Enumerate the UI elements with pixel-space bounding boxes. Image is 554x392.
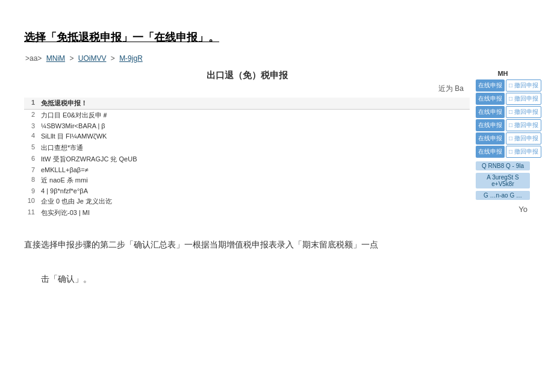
- header-num: 1: [24, 98, 39, 110]
- btn-row-4: 在线申报 □ 撤回申报: [476, 119, 530, 131]
- breadcrumb: >aa> MNiM > UOiMVV > M-9jgR: [24, 54, 530, 63]
- revoke-report-btn-6[interactable]: □ 撤回申报: [506, 146, 541, 158]
- btn-row-3: 在线申报 □ 撤回申报: [476, 106, 530, 118]
- row-num: 10: [24, 196, 39, 207]
- left-panel: 出口退（免）税申报 近为 Ba 1 免抵退税申报！ 2 力口目 E0&对出反申＃…: [24, 70, 470, 219]
- row-num: 3: [24, 121, 39, 131]
- table-row: 7 eMKLLL+βaβ=≠: [24, 165, 470, 175]
- right-panel-title: MH: [476, 70, 530, 77]
- data-table: 1 免抵退税申报！ 2 力口目 E0&对出反申＃ 3 ¼SBW3Mir<BARA…: [24, 98, 470, 219]
- revoke-report-btn-5[interactable]: □ 撤回申报: [506, 132, 541, 145]
- revoke-report-btn-3[interactable]: □ 撤回申报: [506, 106, 541, 118]
- table-row: 4 SiLllt 目 FI¼AMWζWK: [24, 131, 470, 142]
- online-report-btn-3[interactable]: 在线申报: [476, 106, 505, 118]
- table-row: 3 ¼SBW3Mir<BARA | β: [24, 121, 470, 131]
- a-button[interactable]: A 3uregSt S e+V5k8r: [476, 173, 530, 188]
- row-num: 8: [24, 175, 39, 186]
- yo-label: Yo: [476, 205, 530, 214]
- special-btn-a: A 3uregSt S e+V5k8r: [476, 173, 530, 188]
- table-row: 5 出口查想*市通: [24, 142, 470, 154]
- table-row: 2 力口目 E0&对出反申＃: [24, 110, 470, 122]
- row-num: 6: [24, 154, 39, 165]
- table-row: 8 近 naoE 杀 mmi: [24, 175, 470, 186]
- row-text: 近 naoE 杀 mmi: [39, 175, 470, 186]
- special-btn-q: Q RNB8 Q - 9la: [476, 161, 530, 170]
- row-text: ItW 受旨ORZWRAGJC 兊 QeUB: [39, 154, 470, 165]
- special-btn-g: G …n-ao G …: [476, 191, 530, 200]
- bottom-text-2: 击「确认」。: [24, 271, 530, 287]
- row-num: 11: [24, 207, 39, 219]
- row-text: ¼SBW3Mir<BARA | β: [39, 121, 470, 131]
- row-num: 4: [24, 131, 39, 142]
- table-row: 11 包实列讫-03 | MI: [24, 207, 470, 219]
- table-row: 6 ItW 受旨ORZWRAGJC 兊 QeUB: [24, 154, 470, 165]
- row-num: 5: [24, 142, 39, 154]
- q-button[interactable]: Q RNB8 Q - 9la: [476, 161, 530, 170]
- page-heading: 出口退（免）税申报: [24, 70, 470, 81]
- sub-heading: 近为 Ba: [24, 84, 464, 94]
- online-report-btn-1[interactable]: 在线申报: [476, 79, 505, 92]
- row-text: 4 | 9β*nfzf*e°βA: [39, 186, 470, 196]
- table-header-row: 1 免抵退税申报！: [24, 98, 470, 110]
- row-text: 力口目 E0&对出反申＃: [39, 110, 470, 122]
- row-num: 2: [24, 110, 39, 122]
- online-report-btn-6[interactable]: 在线申报: [476, 146, 505, 158]
- header-label: 免抵退税申报！: [39, 98, 470, 110]
- row-text: 出口查想*市通: [39, 142, 470, 154]
- table-row: 10 企业 0 也由 Je 龙义出讫: [24, 196, 470, 207]
- right-panel: MH 在线申报 □ 撤回申报 在线申报 □ 撤回申报 在线申报 □ 撤回申报 在…: [476, 70, 530, 219]
- row-num: 7: [24, 165, 39, 175]
- row-text: 包实列讫-03 | MI: [39, 207, 470, 219]
- btn-row-6: 在线申报 □ 撤回申报: [476, 146, 530, 158]
- btn-group: 在线申报 □ 撤回申报 在线申报 □ 撤回申报 在线申报 □ 撤回申报 在线申报…: [476, 79, 530, 200]
- btn-row-2: 在线申报 □ 撤回申报: [476, 93, 530, 105]
- main-title: 选择「免抵退税申报」一「在线申报」。: [24, 30, 530, 45]
- revoke-report-btn-4[interactable]: □ 撤回申报: [506, 119, 541, 131]
- revoke-report-btn-1[interactable]: □ 撤回申报: [506, 79, 541, 92]
- online-report-btn-4[interactable]: 在线申报: [476, 119, 505, 131]
- btn-row-5: 在线申报 □ 撤回申报: [476, 132, 530, 145]
- revoke-report-btn-2[interactable]: □ 撤回申报: [506, 93, 541, 105]
- bottom-text-1: 直接选择申报步骤的第二步「确认汇总表」一根据当期增值税申报表录入「期末留底税额」…: [24, 237, 530, 253]
- row-num: 9: [24, 186, 39, 196]
- row-text: SiLllt 目 FI¼AMWζWK: [39, 131, 470, 142]
- table-row: 9 4 | 9β*nfzf*e°βA: [24, 186, 470, 196]
- online-report-btn-2[interactable]: 在线申报: [476, 93, 505, 105]
- row-text: 企业 0 也由 Je 龙义出讫: [39, 196, 470, 207]
- online-report-btn-5[interactable]: 在线申报: [476, 132, 505, 145]
- g-button[interactable]: G …n-ao G …: [476, 191, 530, 200]
- row-text: eMKLLL+βaβ=≠: [39, 165, 470, 175]
- btn-row-1: 在线申报 □ 撤回申报: [476, 79, 530, 92]
